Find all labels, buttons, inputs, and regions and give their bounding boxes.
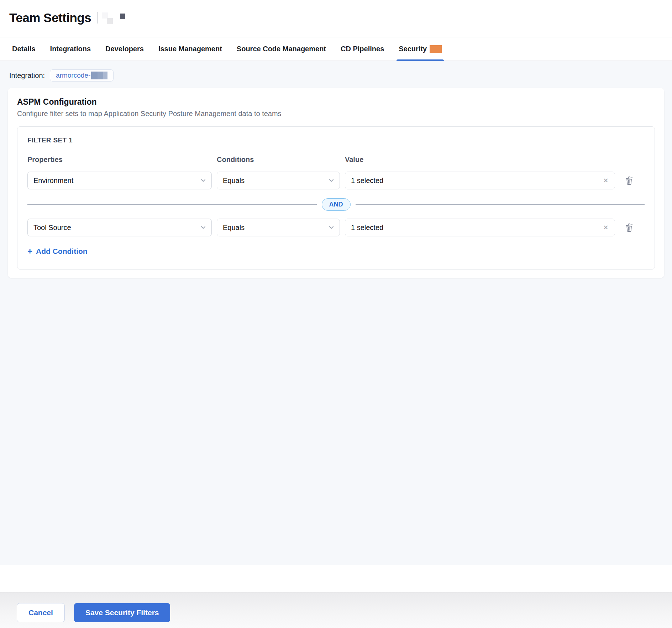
- condition-select-1[interactable]: Equals: [217, 172, 340, 189]
- integration-label: Integration:: [9, 72, 45, 80]
- redacted-block: [133, 14, 147, 19]
- tab-bar: Details Integrations Developers Issue Ma…: [0, 37, 672, 61]
- save-security-filters-button[interactable]: Save Security Filters: [74, 603, 170, 622]
- redacted-block: [91, 72, 107, 79]
- tab-details[interactable]: Details: [12, 37, 36, 61]
- connector-line: [27, 204, 317, 205]
- chevron-down-icon: [200, 177, 206, 184]
- page-header: Team Settings: [0, 0, 672, 37]
- clear-value-icon[interactable]: ×: [602, 223, 610, 232]
- chevron-down-icon: [328, 224, 335, 231]
- value-select-1-text: 1 selected: [351, 177, 383, 185]
- property-select-2[interactable]: Tool Source: [27, 219, 212, 236]
- aspm-subtitle: Configure filter sets to map Application…: [17, 110, 655, 118]
- and-connector-row: AND: [27, 198, 645, 211]
- trash-icon: [624, 175, 634, 187]
- condition-select-2[interactable]: Equals: [217, 219, 340, 236]
- redacted-block: [120, 14, 125, 19]
- condition-select-2-value: Equals: [223, 224, 245, 232]
- clear-value-icon[interactable]: ×: [602, 176, 610, 185]
- redacted-badge: [430, 45, 442, 53]
- add-condition-label: Add Condition: [36, 247, 88, 256]
- tab-cd-pipelines[interactable]: CD Pipelines: [341, 37, 384, 61]
- column-header-conditions: Conditions: [217, 156, 340, 164]
- tab-issue-management[interactable]: Issue Management: [158, 37, 222, 61]
- tab-source-code-management[interactable]: Source Code Management: [237, 37, 326, 61]
- content-area: Integration: armorcode- ASPM Configurati…: [0, 61, 672, 565]
- filter-set-1: FILTER SET 1 Properties Conditions Value…: [17, 126, 655, 269]
- tab-security[interactable]: Security: [399, 37, 442, 61]
- footer-bar: Cancel Save Security Filters: [0, 592, 672, 628]
- aspm-configuration-card: ASPM Configuration Configure filter sets…: [8, 88, 664, 278]
- and-connector-pill: AND: [322, 198, 351, 211]
- condition-row-2: Tool Source Equals 1 selected ×: [27, 219, 645, 236]
- redacted-block: [107, 18, 113, 24]
- filter-set-title: FILTER SET 1: [27, 136, 645, 144]
- redacted-block: [102, 12, 108, 19]
- column-header-value: Value: [345, 156, 615, 164]
- trash-icon: [624, 222, 634, 234]
- delete-condition-1-button[interactable]: [624, 175, 645, 187]
- integration-row: Integration: armorcode-: [0, 61, 672, 82]
- cancel-button[interactable]: Cancel: [17, 603, 65, 622]
- chevron-down-icon: [328, 177, 335, 184]
- redacted-title-suffix: [102, 12, 147, 24]
- value-select-2-text: 1 selected: [351, 224, 383, 232]
- delete-condition-2-button[interactable]: [624, 222, 645, 234]
- tab-integrations[interactable]: Integrations: [50, 37, 91, 61]
- column-header-properties: Properties: [27, 156, 212, 164]
- integration-chip: armorcode-: [50, 69, 114, 82]
- property-select-1-value: Environment: [33, 177, 73, 185]
- value-select-1[interactable]: 1 selected ×: [345, 172, 615, 189]
- plus-icon: +: [27, 247, 32, 256]
- column-headers: Properties Conditions Value: [27, 156, 645, 164]
- property-select-1[interactable]: Environment: [27, 172, 212, 189]
- chevron-down-icon: [200, 224, 206, 231]
- add-condition-button[interactable]: + Add Condition: [27, 247, 88, 256]
- connector-line: [356, 204, 645, 205]
- property-select-2-value: Tool Source: [33, 224, 71, 232]
- tab-security-label: Security: [399, 45, 427, 53]
- integration-value-prefix: armorcode-: [56, 72, 90, 79]
- condition-select-1-value: Equals: [223, 177, 245, 185]
- value-select-2[interactable]: 1 selected ×: [345, 219, 615, 236]
- condition-row-1: Environment Equals 1 selected ×: [27, 172, 645, 189]
- title-separator: [97, 12, 98, 23]
- aspm-title: ASPM Configuration: [17, 97, 655, 107]
- page-title: Team Settings: [9, 11, 91, 25]
- tab-developers[interactable]: Developers: [105, 37, 144, 61]
